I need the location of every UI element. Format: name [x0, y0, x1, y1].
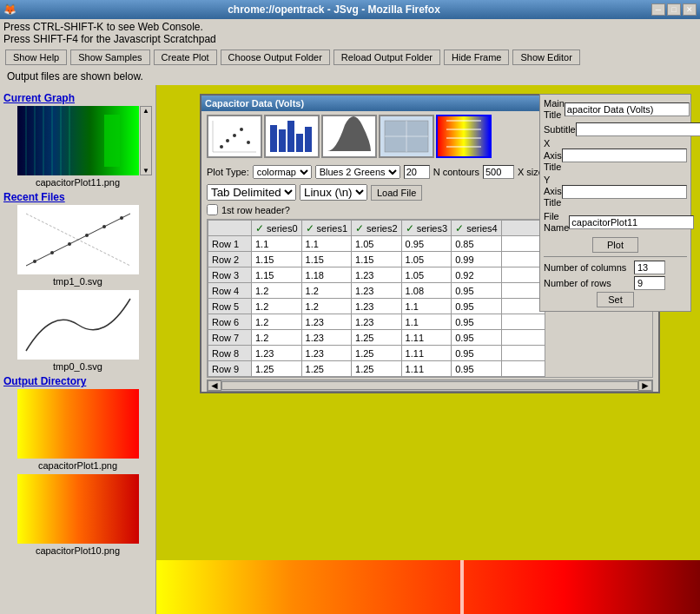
table-cell[interactable]: 1.1 [252, 236, 302, 252]
table-cell[interactable]: 1.05 [401, 267, 452, 283]
maximize-button[interactable]: □ [667, 3, 681, 16]
table-cell[interactable]: 0.95 [452, 361, 502, 377]
file-name-input[interactable] [569, 215, 694, 229]
num-rows-input[interactable] [634, 276, 665, 290]
table-cell[interactable]: 0.85 [452, 236, 502, 252]
window-controls[interactable]: ─ □ ✕ [651, 3, 697, 16]
table-cell[interactable]: 1.18 [301, 267, 352, 283]
table-cell[interactable]: 1.2 [301, 283, 352, 299]
show-samples-button[interactable]: Show Samples [70, 50, 149, 65]
table-cell[interactable]: 1.15 [252, 267, 302, 283]
main-title-input[interactable] [565, 102, 690, 116]
table-cell[interactable]: 1.23 [301, 314, 352, 330]
table-cell[interactable]: 1.1 [301, 236, 352, 252]
table-cell[interactable]: 0.95 [401, 236, 452, 252]
hide-frame-button[interactable]: Hide Frame [444, 50, 509, 65]
table-cell[interactable]: 1.23 [301, 346, 352, 361]
num-columns-input[interactable] [634, 261, 665, 274]
table-cell[interactable]: 1.15 [301, 252, 352, 267]
table-cell[interactable]: 1.1 [401, 314, 452, 330]
table-cell[interactable]: 1.11 [401, 330, 452, 346]
load-file-button[interactable]: Load File [371, 185, 422, 201]
colormap-thumb[interactable] [436, 115, 492, 158]
table-cell[interactable]: 1.23 [352, 314, 402, 330]
table-cell[interactable]: 0.99 [452, 252, 502, 267]
minimize-button[interactable]: ─ [651, 3, 665, 16]
table-cell[interactable]: 1.15 [352, 252, 402, 267]
delimiter-select[interactable]: Tab Delimited [207, 184, 296, 201]
svg-point-13 [68, 242, 71, 246]
table-cell[interactable]: 1.2 [252, 314, 302, 330]
x-axis-input[interactable] [562, 149, 687, 162]
plot-button[interactable]: Plot [592, 237, 638, 253]
table-cell[interactable]: 1.11 [401, 346, 452, 361]
horizontal-scrollbar[interactable]: ◄ ► [207, 380, 653, 392]
svg-rect-29 [270, 125, 277, 152]
table-cell[interactable]: 1.08 [401, 283, 452, 299]
table-cell[interactable]: 1.05 [352, 236, 402, 252]
table-cell[interactable]: 0.95 [452, 283, 502, 299]
table-cell[interactable]: 1.25 [252, 361, 302, 377]
table-cell[interactable]: 0.95 [452, 299, 502, 314]
scrollbar-thumb[interactable] [221, 381, 638, 390]
table-cell[interactable]: 1.2 [252, 283, 302, 299]
bell-thumb[interactable] [321, 115, 377, 158]
output-dir-title[interactable]: Output Directory [3, 375, 152, 387]
white-stripe [460, 560, 464, 614]
table-cell[interactable]: 1.23 [352, 283, 402, 299]
output-file-1-thumbnail[interactable] [17, 389, 139, 459]
scroll-right-button[interactable]: ► [638, 380, 652, 391]
table-cell[interactable]: 1.2 [252, 330, 302, 346]
svg-point-12 [50, 251, 54, 254]
subtitle-input[interactable] [576, 122, 700, 136]
table-cell[interactable]: 0.95 [452, 314, 502, 330]
reload-output-folder-button[interactable]: Reload Output Folder [333, 50, 440, 65]
table-row: Row 91.251.251.251.110.95 [208, 361, 545, 377]
table-cell[interactable]: 1.2 [252, 299, 302, 314]
table-col-check-0: ✓ series0 [252, 221, 302, 236]
scatter-thumb[interactable] [207, 115, 262, 158]
header-checkbox[interactable] [207, 204, 218, 215]
table-cell[interactable]: 1.1 [401, 299, 452, 314]
table-cell[interactable]: 1.23 [301, 330, 352, 346]
bar-thumb[interactable] [264, 115, 320, 158]
recent-file-1-thumbnail[interactable] [17, 205, 139, 274]
table-cell[interactable]: 1.25 [352, 330, 402, 346]
current-graph-title[interactable]: Current Graph [3, 92, 152, 104]
table-cell[interactable]: 1.23 [352, 299, 402, 314]
close-button[interactable]: ✕ [683, 3, 697, 16]
table-cell[interactable]: 1.23 [252, 346, 302, 361]
table-cell[interactable]: 0.95 [452, 330, 502, 346]
table-cell[interactable]: 1.11 [401, 361, 452, 377]
table-cell[interactable]: 1.25 [352, 361, 402, 377]
table-cell[interactable]: 1.05 [401, 252, 452, 267]
table-header-blank [208, 221, 252, 236]
plot-type-select[interactable]: colormap [253, 165, 312, 179]
table-cell[interactable]: 1.25 [301, 361, 352, 377]
set-button[interactable]: Set [597, 292, 634, 307]
scroll-up-icon[interactable]: ▲ [142, 107, 149, 115]
colormap-select[interactable]: Blues 2 Greens [315, 165, 400, 179]
table-cell[interactable]: 1.15 [252, 252, 302, 267]
table-cell[interactable]: 1.25 [352, 346, 402, 361]
recent-files-title[interactable]: Recent Files [3, 191, 152, 203]
n-contours-input[interactable] [404, 165, 430, 179]
y-axis-input[interactable] [562, 185, 687, 199]
show-help-button[interactable]: Show Help [5, 50, 67, 65]
svg-point-24 [226, 139, 229, 142]
rect-thumb[interactable] [379, 115, 434, 158]
table-cell[interactable]: 1.23 [352, 267, 402, 283]
choose-output-folder-button[interactable]: Choose Output Folder [221, 50, 330, 65]
x-size-input[interactable] [483, 165, 514, 179]
table-cell[interactable]: 0.95 [452, 346, 502, 361]
create-plot-button[interactable]: Create Plot [154, 50, 217, 65]
current-graph-thumbnail[interactable] [17, 106, 139, 175]
table-cell[interactable]: 0.92 [452, 267, 502, 283]
line-ending-select[interactable]: Linux (\n) [300, 184, 367, 201]
recent-file-2-thumbnail[interactable] [17, 290, 139, 360]
scroll-down-icon[interactable]: ▼ [142, 167, 149, 175]
table-cell[interactable]: 1.2 [301, 299, 352, 314]
show-editor-button[interactable]: Show Editor [512, 50, 579, 65]
scroll-left-button[interactable]: ◄ [208, 380, 221, 391]
output-file-2-thumbnail[interactable] [17, 474, 139, 544]
